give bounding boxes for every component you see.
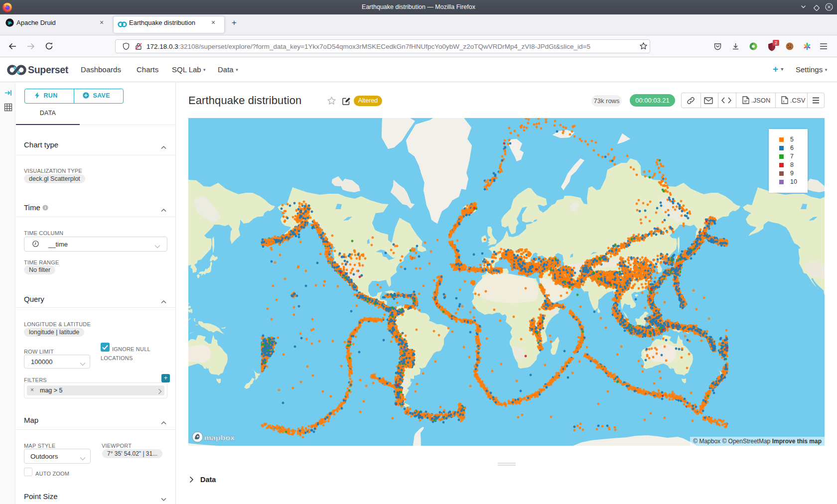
- svg-text:mapbox: mapbox: [204, 433, 235, 442]
- svg-text:x: x: [783, 100, 785, 103]
